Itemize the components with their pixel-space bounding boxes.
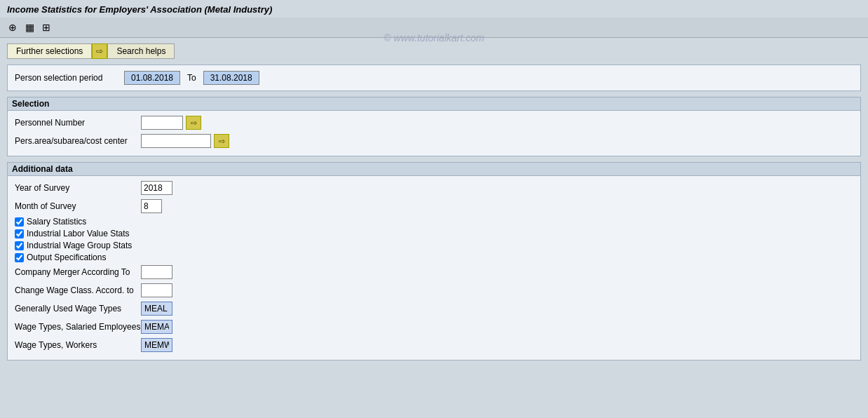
tab-arrow-icon[interactable]: ⇨: [92, 43, 107, 59]
pers-area-arrow[interactable]: ⇨: [214, 134, 229, 148]
personnel-number-label: Personnel Number: [15, 118, 141, 128]
wage-salaried-row: Wage Types, Salaried Employees: [15, 319, 853, 335]
industrial-labor-checkbox[interactable]: [15, 229, 24, 238]
personnel-number-row: Personnel Number ⇨: [15, 115, 853, 130]
pers-area-input[interactable]: [141, 134, 211, 148]
wage-salaried-input[interactable]: [141, 320, 172, 334]
year-of-survey-label: Year of Survey: [15, 183, 141, 193]
page-title: Income Statistics for Employers' Associa…: [7, 4, 272, 15]
pers-area-label: Pers.area/subarea/cost center: [15, 136, 141, 146]
selection-content: Personnel Number ⇨ Pers.area/subarea/cos…: [8, 111, 860, 156]
industrial-labor-row: Industrial Labor Value Stats: [15, 229, 853, 238]
month-of-survey-input[interactable]: [141, 199, 162, 213]
period-to-input[interactable]: [203, 71, 259, 85]
title-bar: Income Statistics for Employers' Associa…: [0, 0, 868, 18]
industrial-wage-row: Industrial Wage Group Stats: [15, 241, 853, 250]
pers-area-row: Pers.area/subarea/cost center ⇨: [15, 133, 853, 149]
selection-header: Selection: [8, 97, 860, 111]
change-wage-label: Change Wage Class. Accord. to: [15, 285, 141, 295]
month-of-survey-row: Month of Survey: [15, 198, 853, 214]
salary-statistics-checkbox[interactable]: [15, 217, 24, 227]
generally-used-label: Generally Used Wage Types: [15, 304, 141, 314]
salary-statistics-label: Salary Statistics: [27, 217, 86, 227]
output-specs-checkbox[interactable]: [15, 253, 24, 262]
to-label: To: [187, 73, 196, 83]
additional-data-header: Additional data: [8, 163, 860, 176]
company-merger-row: Company Merger According To: [15, 264, 853, 280]
industrial-labor-label: Industrial Labor Value Stats: [27, 229, 130, 238]
generally-used-row: Generally Used Wage Types: [15, 301, 853, 316]
additional-data-content: Year of Survey Month of Survey Salary St…: [8, 176, 860, 360]
main-content: Further selections ⇨ Search helps Person…: [0, 38, 868, 372]
toolbar: ⊕ ▦ ⊞ © www.tutorialkart.com: [0, 18, 868, 38]
additional-data-section: Additional data Year of Survey Month of …: [7, 162, 861, 360]
period-label: Person selection period: [15, 73, 120, 83]
further-selections-tab[interactable]: Further selections: [7, 43, 92, 59]
personnel-number-arrow[interactable]: ⇨: [186, 116, 201, 130]
year-of-survey-input[interactable]: [141, 181, 172, 195]
output-specs-label: Output Specifications: [27, 252, 106, 262]
save-icon[interactable]: ▦: [22, 20, 36, 34]
personnel-number-input[interactable]: [141, 116, 183, 130]
search-helps-tab[interactable]: Search helps: [107, 43, 175, 59]
change-wage-row: Change Wage Class. Accord. to: [15, 283, 853, 298]
output-specs-row: Output Specifications: [15, 252, 853, 262]
tab-bar: Further selections ⇨ Search helps: [7, 43, 861, 59]
back-icon[interactable]: ⊕: [6, 20, 20, 34]
company-merger-label: Company Merger According To: [15, 267, 141, 277]
wage-workers-row: Wage Types, Workers: [15, 337, 853, 353]
person-selection-box: Person selection period To: [7, 65, 861, 91]
wage-workers-input[interactable]: [141, 338, 172, 352]
company-merger-input[interactable]: [141, 265, 172, 279]
period-from-input[interactable]: [124, 71, 180, 85]
wage-salaried-label: Wage Types, Salaried Employees: [15, 322, 141, 332]
month-of-survey-label: Month of Survey: [15, 201, 141, 211]
wage-workers-label: Wage Types, Workers: [15, 340, 141, 350]
year-of-survey-row: Year of Survey: [15, 180, 853, 196]
selection-section: Selection Personnel Number ⇨ Pers.area/s…: [7, 97, 861, 156]
industrial-wage-label: Industrial Wage Group Stats: [27, 241, 132, 250]
industrial-wage-checkbox[interactable]: [15, 241, 24, 250]
generally-used-input[interactable]: [141, 302, 172, 316]
change-wage-input[interactable]: [141, 283, 172, 297]
print-icon[interactable]: ⊞: [39, 20, 53, 34]
period-row: Person selection period To: [8, 65, 860, 90]
salary-statistics-row: Salary Statistics: [15, 217, 853, 227]
